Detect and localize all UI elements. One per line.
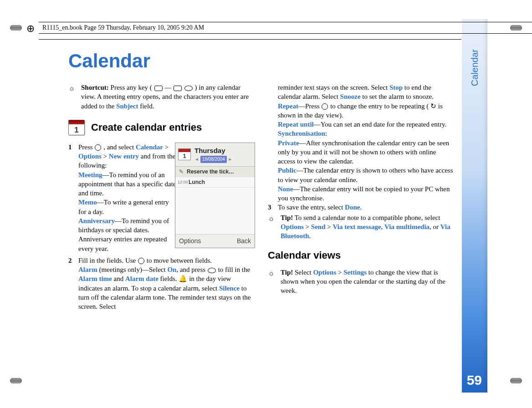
step3-body: To save the entry, select Done. xyxy=(278,203,455,212)
select-key-icon xyxy=(208,268,216,273)
bell-icon: 🔔 xyxy=(179,275,187,282)
bulb-icon: ☼ xyxy=(68,83,81,111)
page-number: 59 xyxy=(467,372,482,388)
binder-ring xyxy=(10,25,22,31)
tip-label: Tip! xyxy=(281,214,293,221)
step-number: 2 xyxy=(68,256,78,311)
tip-callout: ☼ Tip! To send a calendar note to a comp… xyxy=(268,213,455,241)
phone-softkey-left: Options xyxy=(179,237,201,245)
subject-field-ref: Subject xyxy=(116,102,138,110)
tip-callout: ☼ Tip! Select Options > Settings to chan… xyxy=(268,268,455,296)
phone-row: 12:00Lunch xyxy=(175,177,255,188)
repeat-icon: ↻ xyxy=(430,102,436,110)
key-icon xyxy=(154,86,163,91)
scroll-key-icon xyxy=(138,258,144,264)
phone-day: Thursday xyxy=(194,146,232,155)
page-title: Calendar xyxy=(68,50,458,72)
phone-screenshot: 1 Thursday ◄ 19/08/2004 ► ✎Reserve the t… xyxy=(175,143,255,248)
shortcut-callout: ☼ Shortcut: Press any key ( — ) in any c… xyxy=(68,83,255,111)
bulb-icon: ☼ xyxy=(268,268,281,296)
frame-header: ⊕ R1115_en.book Page 59 Thursday, Februa… xyxy=(39,22,532,34)
calendar-icon: 1 xyxy=(68,120,85,135)
step-number: 1 xyxy=(68,143,78,253)
section-header: 1 Create calendar entries xyxy=(68,120,255,135)
menu-key-icon xyxy=(95,144,101,151)
step2-body: Fill in the fields. Use to move between … xyxy=(78,256,255,311)
mini-calendar-icon: 1 xyxy=(178,148,191,160)
right-column: reminder text stays on the screen. Selec… xyxy=(268,83,455,312)
phone-softkey-right: Back xyxy=(237,237,251,245)
scroll-key-icon xyxy=(322,103,328,110)
binder-ring xyxy=(510,378,522,383)
side-label: Calendar xyxy=(470,49,480,86)
step2-continued: reminder text stays on the screen. Selec… xyxy=(268,83,455,203)
tip-label: Tip! xyxy=(281,269,293,276)
step1-body: Press , and select Calendar > Options > … xyxy=(78,143,179,253)
key-icon xyxy=(174,86,182,91)
subsection-title: Calendar views xyxy=(268,249,455,262)
section-title: Create calendar entries xyxy=(91,121,202,134)
bulb-icon: ☼ xyxy=(268,213,281,241)
phone-date: 19/08/2004 xyxy=(200,156,227,163)
header-text: R1115_en.book Page 59 Thursday, February… xyxy=(42,24,204,31)
left-column: ☼ Shortcut: Press any key ( — ) in any c… xyxy=(68,83,255,312)
step-number: 3 xyxy=(268,203,278,212)
header-mark-icon: ⊕ xyxy=(26,23,35,35)
key-icon xyxy=(184,86,193,91)
shortcut-label: Shortcut: xyxy=(81,84,109,91)
page-rule xyxy=(39,39,461,40)
phone-row: ✎Reserve the tick… xyxy=(175,167,255,177)
binder-ring xyxy=(10,378,22,383)
